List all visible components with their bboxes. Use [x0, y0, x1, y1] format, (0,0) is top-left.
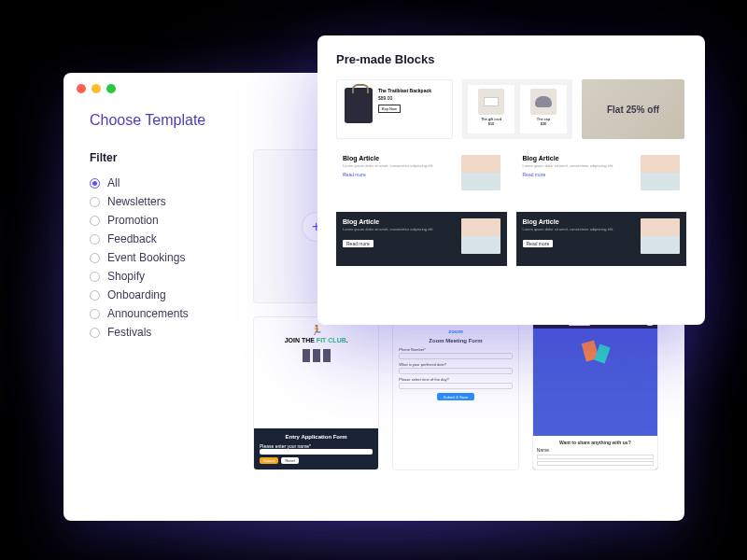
radio-icon: [90, 290, 100, 301]
welcome-body: [533, 329, 657, 436]
maximize-icon[interactable]: [106, 84, 116, 93]
article-title: Blog Article: [343, 155, 454, 161]
filter-announcements[interactable]: Announcements: [90, 304, 225, 323]
radio-icon: [90, 234, 100, 245]
filter-promotion[interactable]: Promotion: [90, 211, 225, 230]
radio-icon: [90, 328, 100, 338]
radio-icon: [90, 197, 100, 207]
radio-icon: [90, 309, 100, 319]
page-title: Choose Template: [90, 112, 225, 129]
product-price: $30: [524, 121, 563, 126]
article-title: Blog Article: [343, 218, 454, 225]
radio-icon: [90, 253, 100, 263]
text-input: [399, 353, 512, 359]
radio-icon: [90, 178, 100, 189]
cap-icon: [535, 96, 552, 107]
filter-label: All: [107, 176, 120, 189]
filter-newsletters[interactable]: Newsletters: [90, 192, 225, 211]
text-input: [260, 449, 373, 455]
field-label: Please select time of the day?: [399, 377, 512, 382]
read-more-link: Read more: [523, 172, 634, 177]
welcome-form: Want to share anything with us? Name: [533, 436, 657, 469]
article-title: Blog Article: [523, 218, 634, 225]
filter-label: Announcements: [107, 307, 189, 320]
read-more-link: Read more: [343, 172, 454, 177]
article-image: [641, 155, 680, 190]
block-article-light[interactable]: Blog Article Lorem ipsum dolor sit amet,…: [516, 148, 687, 203]
product-title: The Trailblast Backpack: [378, 88, 444, 93]
read-more-link: Read more: [343, 240, 374, 247]
filter-feedback[interactable]: Feedback: [90, 230, 225, 248]
zoom-logo: zoom: [399, 329, 512, 334]
text-input: [537, 455, 654, 459]
template-zoom-form[interactable]: zoom Zoom Meeting Form Phone Number* Wha…: [392, 316, 518, 470]
filter-label: Event Bookings: [107, 251, 185, 264]
block-article-dark[interactable]: Blog Article Lorem ipsum dolor sit amet,…: [336, 212, 507, 266]
filter-all[interactable]: All: [90, 174, 225, 192]
filter-label: Newsletters: [107, 195, 166, 208]
block-promo-banner[interactable]: Flat 25% off: [582, 79, 684, 139]
field-label: Phone Number*: [399, 347, 512, 352]
panel-title: Pre-made Blocks: [336, 52, 686, 66]
filter-event-bookings[interactable]: Event Bookings: [90, 248, 225, 267]
filter-sidebar: Choose Template Filter All Newsletters P…: [90, 112, 225, 470]
form-question: Want to share anything with us?: [537, 440, 654, 445]
minimize-icon[interactable]: [92, 84, 101, 93]
gift-card-icon: [484, 97, 499, 106]
article-image: [461, 155, 500, 190]
promo-text: Flat 25% off: [607, 105, 659, 115]
article-image: [641, 218, 680, 254]
article-title: Blog Article: [523, 155, 634, 161]
block-article-light[interactable]: Blog Article Lorem ipsum dolor sit amet,…: [336, 148, 507, 203]
close-icon[interactable]: [77, 84, 86, 93]
field-label: Name: [537, 447, 654, 453]
filter-label: Onboarding: [107, 288, 166, 301]
block-product-feature[interactable]: The Trailblast Backpack $89.00 Buy Now: [336, 79, 453, 139]
read-more-link: Read more: [523, 240, 554, 247]
filter-onboarding[interactable]: Onboarding: [90, 286, 225, 304]
filter-shopify[interactable]: Shopify: [90, 267, 225, 286]
premade-blocks-panel: Pre-made Blocks The Trailblast Backpack …: [317, 35, 705, 325]
radio-icon: [90, 216, 100, 226]
field-label: What is your preferred date?: [399, 362, 512, 367]
article-excerpt: Lorem ipsum dolor sit amet, consectetur …: [343, 227, 454, 232]
abstract-art: [576, 338, 613, 371]
article-excerpt: Lorem ipsum dolor sit amet, consectetur …: [523, 227, 634, 232]
select-input: [399, 383, 512, 389]
buy-button: Buy Now: [378, 105, 401, 113]
text-input: [537, 461, 654, 466]
block-product-grid[interactable]: The gift card $50 The cap $30: [462, 79, 572, 139]
text-input: [399, 368, 512, 374]
filter-label: Promotion: [107, 214, 159, 227]
submit-button: Submit & Save: [437, 393, 474, 400]
product-price: $89.00: [378, 95, 444, 101]
fit-heading: JOIN THE FIT CLUB.: [260, 337, 373, 343]
backpack-icon: [345, 88, 373, 123]
article-excerpt: Lorem ipsum dolor sit amet, consectetur …: [523, 163, 634, 169]
submit-button: Submit: [260, 457, 278, 464]
product-price: $50: [472, 121, 511, 126]
article-excerpt: Lorem ipsum dolor sit amet, consectetur …: [343, 163, 454, 169]
fit-form: Entry Application Form Please enter your…: [254, 428, 378, 469]
filter-label: Shopify: [107, 270, 145, 283]
radio-icon: [90, 272, 100, 282]
filter-heading: Filter: [90, 151, 225, 164]
filter-list: All Newsletters Promotion Feedback Event…: [90, 174, 225, 342]
filter-festivals[interactable]: Festivals: [90, 323, 225, 342]
template-fit-club[interactable]: 🏃 JOIN THE FIT CLUB. Entry Application F…: [253, 316, 379, 470]
zoom-title: Zoom Meeting Form: [399, 338, 512, 343]
block-article-dark[interactable]: Blog Article Lorem ipsum dolor sit amet,…: [516, 212, 687, 266]
people-illustration: [260, 349, 373, 362]
form-title: Entry Application Form: [260, 434, 373, 440]
reset-button: Reset: [281, 457, 298, 464]
runner-icon: 🏃: [260, 325, 373, 335]
article-image: [461, 218, 500, 254]
filter-label: Festivals: [107, 326, 151, 339]
filter-label: Feedback: [107, 232, 157, 245]
template-welcome[interactable]: Welcome to FIRST Want to share anything …: [532, 316, 658, 470]
